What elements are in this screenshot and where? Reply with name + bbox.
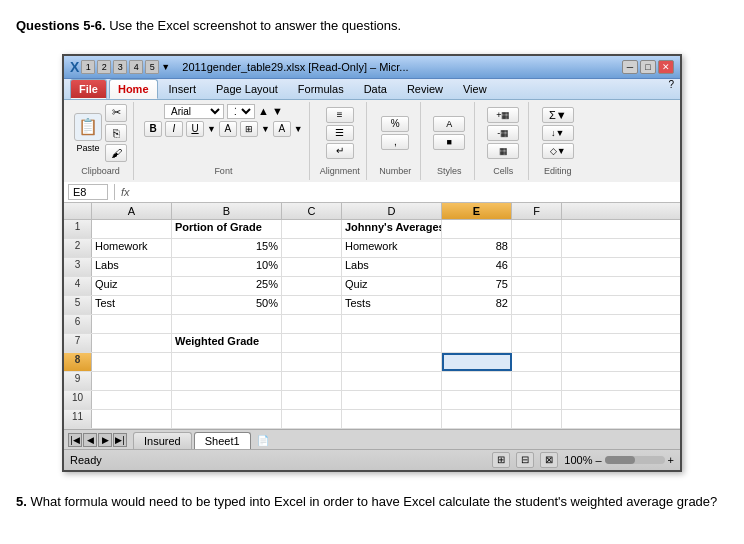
col-header-f[interactable]: F (512, 203, 562, 219)
zoom-slider[interactable] (605, 456, 665, 464)
sheet-tab-sheet1[interactable]: Sheet1 (194, 432, 251, 449)
cell-a2[interactable]: Homework (92, 239, 172, 257)
cell-c7[interactable] (282, 334, 342, 352)
cell-e4[interactable]: 75 (442, 277, 512, 295)
tab-page-layout[interactable]: Page Layout (207, 79, 287, 99)
cell-b8[interactable] (172, 353, 282, 371)
col-header-d[interactable]: D (342, 203, 442, 219)
cell-f3[interactable] (512, 258, 562, 276)
cut-button[interactable]: ✂ (105, 104, 127, 122)
insert-cells-button[interactable]: +▦ (487, 107, 519, 123)
cell-d9[interactable] (342, 372, 442, 390)
cell-d4[interactable]: Quiz (342, 277, 442, 295)
cell-b6[interactable] (172, 315, 282, 333)
align-top-button[interactable]: ≡ (326, 107, 354, 123)
cell-e2[interactable]: 88 (442, 239, 512, 257)
zoom-plus-icon[interactable]: + (668, 454, 674, 466)
comma-button[interactable]: , (381, 134, 409, 150)
fill-color-button[interactable]: A (273, 121, 291, 137)
align-middle-button[interactable]: ☰ (326, 125, 354, 141)
cell-e9[interactable] (442, 372, 512, 390)
close-button[interactable]: ✕ (658, 60, 674, 74)
cell-c6[interactable] (282, 315, 342, 333)
cell-c11[interactable] (282, 410, 342, 428)
cell-a6[interactable] (92, 315, 172, 333)
page-layout-view-button[interactable]: ⊟ (516, 452, 534, 468)
zoom-minus-icon[interactable]: – (595, 454, 601, 466)
normal-view-button[interactable]: ⊞ (492, 452, 510, 468)
cell-a3[interactable]: Labs (92, 258, 172, 276)
cell-d2[interactable]: Homework (342, 239, 442, 257)
cell-b2[interactable]: 15% (172, 239, 282, 257)
border-button[interactable]: ⊞ (240, 121, 258, 137)
cell-d10[interactable] (342, 391, 442, 409)
paste-button[interactable]: 📋 Paste (74, 113, 102, 153)
font-size-down-icon[interactable]: ▼ (272, 105, 283, 117)
col-header-a[interactable]: A (92, 203, 172, 219)
cell-a1[interactable] (92, 220, 172, 238)
delete-cells-button[interactable]: -▦ (487, 125, 519, 141)
cell-f2[interactable] (512, 239, 562, 257)
help-icon[interactable]: ? (668, 79, 674, 99)
maximize-button[interactable]: □ (640, 60, 656, 74)
cell-style-button[interactable]: ■ (433, 134, 465, 150)
sum-button[interactable]: Σ▼ (542, 107, 574, 123)
cell-a8[interactable] (92, 353, 172, 371)
cell-e10[interactable] (442, 391, 512, 409)
minimize-button[interactable]: ─ (622, 60, 638, 74)
bold-button[interactable]: B (144, 121, 162, 137)
font-name-select[interactable]: Arial (164, 104, 224, 119)
cell-c1[interactable] (282, 220, 342, 238)
qat-btn-4[interactable]: 4 (129, 60, 143, 74)
cell-b4[interactable]: 25% (172, 277, 282, 295)
fill-button[interactable]: ↓▼ (542, 125, 574, 141)
cell-c2[interactable] (282, 239, 342, 257)
sheet-nav-next[interactable]: ▶ (98, 433, 112, 447)
cell-f4[interactable] (512, 277, 562, 295)
cell-a11[interactable] (92, 410, 172, 428)
cell-c3[interactable] (282, 258, 342, 276)
cell-f8[interactable] (512, 353, 562, 371)
cell-a10[interactable] (92, 391, 172, 409)
percent-button[interactable]: % (381, 116, 409, 132)
qat-btn-2[interactable]: 2 (97, 60, 111, 74)
tab-view[interactable]: View (454, 79, 496, 99)
tab-data[interactable]: Data (355, 79, 396, 99)
cell-d3[interactable]: Labs (342, 258, 442, 276)
cell-f11[interactable] (512, 410, 562, 428)
tab-review[interactable]: Review (398, 79, 452, 99)
italic-button[interactable]: I (165, 121, 183, 137)
tab-formulas[interactable]: Formulas (289, 79, 353, 99)
cell-c10[interactable] (282, 391, 342, 409)
page-break-view-button[interactable]: ⊠ (540, 452, 558, 468)
col-header-b[interactable]: B (172, 203, 282, 219)
cell-a9[interactable] (92, 372, 172, 390)
formula-input[interactable] (134, 186, 676, 198)
qat-btn-3[interactable]: 3 (113, 60, 127, 74)
tab-file[interactable]: File (70, 79, 107, 99)
cell-d1[interactable]: Johnny's Averages (342, 220, 442, 238)
conditional-format-button[interactable]: A (433, 116, 465, 132)
copy-button[interactable]: ⎘ (105, 124, 127, 142)
tab-insert[interactable]: Insert (160, 79, 206, 99)
sheet-tab-insured[interactable]: Insured (133, 432, 192, 449)
cell-a5[interactable]: Test (92, 296, 172, 314)
cell-b9[interactable] (172, 372, 282, 390)
cell-f10[interactable] (512, 391, 562, 409)
col-header-c[interactable]: C (282, 203, 342, 219)
cell-e8[interactable] (442, 353, 512, 371)
underline-button[interactable]: U (186, 121, 204, 137)
qat-dropdown-arrow[interactable]: ▼ (161, 62, 170, 72)
cell-b11[interactable] (172, 410, 282, 428)
cell-d6[interactable] (342, 315, 442, 333)
cell-c5[interactable] (282, 296, 342, 314)
qat-btn-1[interactable]: 1 (81, 60, 95, 74)
cell-d7[interactable] (342, 334, 442, 352)
cell-e1[interactable] (442, 220, 512, 238)
cell-e5[interactable]: 82 (442, 296, 512, 314)
format-painter-button[interactable]: 🖌 (105, 144, 127, 162)
fill-dropdown-icon[interactable]: ▼ (294, 124, 303, 134)
sheet-nav-first[interactable]: |◀ (68, 433, 82, 447)
cell-b5[interactable]: 50% (172, 296, 282, 314)
cell-c4[interactable] (282, 277, 342, 295)
